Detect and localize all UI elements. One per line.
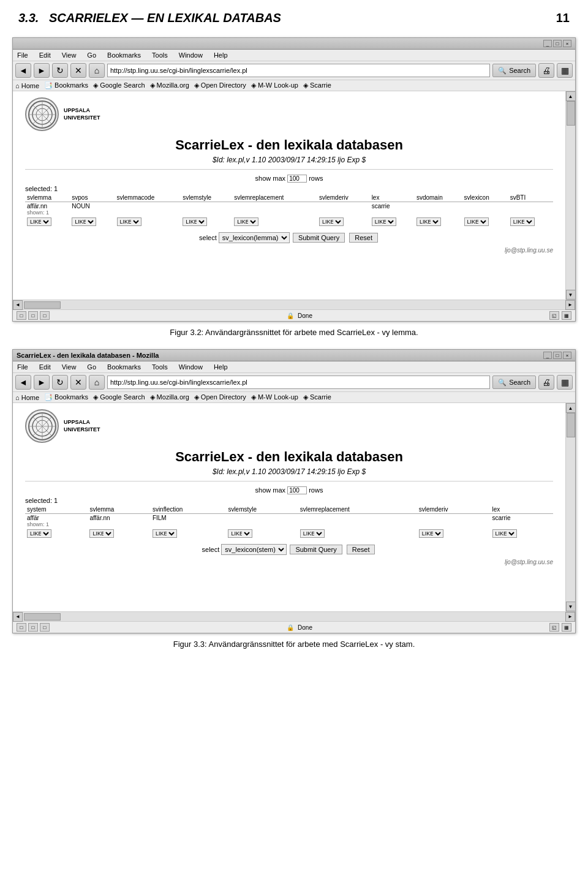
filter-svpos-1[interactable]: LIKE bbox=[72, 217, 96, 226]
menu-help-2[interactable]: Help bbox=[212, 363, 230, 371]
filter-svlemmacode-1[interactable]: LIKE bbox=[117, 217, 141, 226]
scroll-up-2[interactable]: ▲ bbox=[566, 403, 576, 413]
bookmark-google-2[interactable]: ◈ Google Search bbox=[93, 393, 145, 401]
menu-tools-1[interactable]: Tools bbox=[150, 51, 170, 59]
bookmark-home-2[interactable]: ⌂ Home bbox=[15, 394, 39, 401]
h-scroll-track-2[interactable] bbox=[23, 612, 565, 621]
select-dropdown-1[interactable]: sv_lexicon(lemma) bbox=[219, 232, 290, 243]
menu-window-1[interactable]: Window bbox=[177, 51, 205, 59]
h-scroll-right-1[interactable]: ► bbox=[565, 300, 575, 310]
menu-view-2[interactable]: View bbox=[60, 363, 78, 371]
bookmark-mozilla-1[interactable]: ◈ Mozilla.org bbox=[150, 81, 189, 89]
scroll-track-2[interactable] bbox=[566, 413, 575, 602]
show-max-input-2[interactable] bbox=[287, 486, 307, 494]
bookmark-bookmarks-1[interactable]: 📑 Bookmarks bbox=[44, 81, 88, 89]
home-button-2[interactable]: ⌂ bbox=[89, 375, 105, 390]
menu-file-2[interactable]: File bbox=[15, 363, 30, 371]
bookmark-mw-2[interactable]: ◈ M-W Look-up bbox=[251, 393, 298, 401]
scroll-thumb-2[interactable] bbox=[567, 413, 575, 437]
filter-svlemreplacement-1[interactable]: LIKE bbox=[234, 217, 258, 226]
show-max-input-1[interactable] bbox=[287, 175, 307, 183]
filter-svlexicon-1[interactable]: LIKE bbox=[464, 217, 489, 226]
scroll-down-1[interactable]: ▼ bbox=[566, 290, 576, 300]
email-footer-1: ljo@stp.ling.uu.se bbox=[25, 247, 553, 254]
minimize-button-1[interactable]: _ bbox=[543, 40, 552, 47]
menu-view-1[interactable]: View bbox=[60, 51, 78, 59]
extra-button-2[interactable]: ▦ bbox=[557, 375, 573, 390]
address-bar-1[interactable] bbox=[107, 64, 490, 77]
forward-button-2[interactable]: ► bbox=[34, 375, 50, 390]
scrollbar-2[interactable]: ▲ ▼ bbox=[565, 403, 575, 611]
bookmark-home-1[interactable]: ⌂ Home bbox=[15, 82, 39, 89]
filter-system-2[interactable]: LIKE bbox=[27, 529, 51, 538]
filter-svinflection-2[interactable]: LIKE bbox=[153, 529, 177, 538]
scroll-up-1[interactable]: ▲ bbox=[566, 91, 576, 101]
h-scroll-thumb-1[interactable] bbox=[24, 301, 61, 309]
reload-button-2[interactable]: ↻ bbox=[52, 375, 68, 390]
h-scrollbar-2[interactable]: ◄ ► bbox=[13, 611, 575, 621]
filter-lex-1[interactable]: LIKE bbox=[372, 217, 396, 226]
bookmark-scarrie-1[interactable]: ◈ Scarrie bbox=[303, 81, 331, 89]
menu-go-1[interactable]: Go bbox=[85, 51, 98, 59]
filter-lex-2[interactable]: LIKE bbox=[492, 529, 517, 538]
filter-svdomain-1[interactable]: LIKE bbox=[417, 217, 441, 226]
h-scroll-track-1[interactable] bbox=[23, 300, 565, 309]
maximize-button-2[interactable]: □ bbox=[553, 352, 562, 359]
filter-svlemderiv-2[interactable]: LIKE bbox=[419, 529, 443, 538]
bookmark-mw-1[interactable]: ◈ M-W Look-up bbox=[251, 81, 298, 89]
minimize-button-2[interactable]: _ bbox=[543, 352, 552, 359]
filter-svbti-1[interactable]: LIKE bbox=[510, 217, 535, 226]
h-scroll-thumb-2[interactable] bbox=[24, 613, 61, 621]
scroll-track-1[interactable] bbox=[566, 101, 575, 290]
extra-button-1[interactable]: ▦ bbox=[557, 63, 573, 78]
bookmark-bookmarks-2[interactable]: 📑 Bookmarks bbox=[44, 393, 88, 401]
filter-svlemstyle-1[interactable]: LIKE bbox=[183, 217, 207, 226]
menu-edit-2[interactable]: Edit bbox=[37, 363, 53, 371]
bookmark-mozilla-2[interactable]: ◈ Mozilla.org bbox=[150, 393, 189, 401]
menu-edit-1[interactable]: Edit bbox=[37, 51, 53, 59]
printer-button-2[interactable]: 🖨 bbox=[538, 375, 554, 390]
filter-svlemma-1[interactable]: LIKE bbox=[27, 217, 51, 226]
select-dropdown-2[interactable]: sv_lexicon(stem) bbox=[221, 544, 287, 555]
menu-window-2[interactable]: Window bbox=[177, 363, 205, 371]
stop-button-1[interactable]: ✕ bbox=[70, 63, 86, 78]
h-scroll-left-1[interactable]: ◄ bbox=[13, 300, 23, 310]
submit-query-button-2[interactable]: Submit Query bbox=[290, 545, 342, 554]
search-button-1[interactable]: 🔍 Search bbox=[492, 64, 536, 77]
close-button-2[interactable]: × bbox=[563, 352, 571, 359]
filter-svlemderiv-1[interactable]: LIKE bbox=[319, 217, 344, 226]
back-button-2[interactable]: ◄ bbox=[15, 375, 31, 390]
scroll-thumb-1[interactable] bbox=[567, 101, 575, 126]
bookmark-directory-1[interactable]: ◈ Open Directory bbox=[194, 81, 246, 89]
reset-button-1[interactable]: Reset bbox=[349, 233, 378, 243]
close-button-1[interactable]: × bbox=[563, 40, 571, 47]
bookmark-directory-2[interactable]: ◈ Open Directory bbox=[194, 393, 246, 401]
submit-query-button-1[interactable]: Submit Query bbox=[293, 233, 345, 243]
scrollbar-1[interactable]: ▲ ▼ bbox=[565, 91, 575, 300]
h-scroll-left-2[interactable]: ◄ bbox=[13, 612, 23, 622]
maximize-button-1[interactable]: □ bbox=[553, 40, 562, 47]
address-bar-2[interactable] bbox=[107, 376, 490, 389]
menu-bookmarks-1[interactable]: Bookmarks bbox=[105, 51, 143, 59]
filter-svlemreplacement-2[interactable]: LIKE bbox=[300, 529, 325, 538]
stop-button-2[interactable]: ✕ bbox=[70, 375, 86, 390]
scroll-down-2[interactable]: ▼ bbox=[566, 602, 576, 611]
menu-file-1[interactable]: File bbox=[15, 51, 30, 59]
reload-button-1[interactable]: ↻ bbox=[52, 63, 68, 78]
filter-svlemma-2[interactable]: LIKE bbox=[89, 529, 114, 538]
back-button-1[interactable]: ◄ bbox=[15, 63, 31, 78]
menu-tools-2[interactable]: Tools bbox=[150, 363, 170, 371]
menu-go-2[interactable]: Go bbox=[85, 363, 98, 371]
h-scrollbar-1[interactable]: ◄ ► bbox=[13, 300, 575, 309]
bookmark-scarrie-2[interactable]: ◈ Scarrie bbox=[303, 393, 331, 401]
printer-button-1[interactable]: 🖨 bbox=[538, 63, 554, 78]
menu-bookmarks-2[interactable]: Bookmarks bbox=[105, 363, 143, 371]
forward-button-1[interactable]: ► bbox=[34, 63, 50, 78]
reset-button-2[interactable]: Reset bbox=[347, 545, 375, 554]
h-scroll-right-2[interactable]: ► bbox=[565, 612, 575, 622]
menu-help-1[interactable]: Help bbox=[212, 51, 230, 59]
search-button-2[interactable]: 🔍 Search bbox=[492, 376, 536, 389]
bookmark-google-1[interactable]: ◈ Google Search bbox=[93, 81, 145, 89]
filter-svlemstyle-2[interactable]: LIKE bbox=[228, 529, 252, 538]
home-button-1[interactable]: ⌂ bbox=[89, 63, 105, 78]
